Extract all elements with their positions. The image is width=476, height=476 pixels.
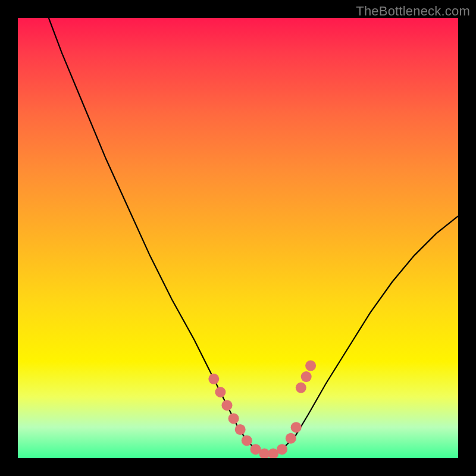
chart-frame: TheBottleneck.com — [0, 0, 476, 476]
watermark-text: TheBottleneck.com — [356, 4, 470, 19]
plot-area — [18, 18, 458, 458]
curve-canvas — [18, 18, 458, 458]
